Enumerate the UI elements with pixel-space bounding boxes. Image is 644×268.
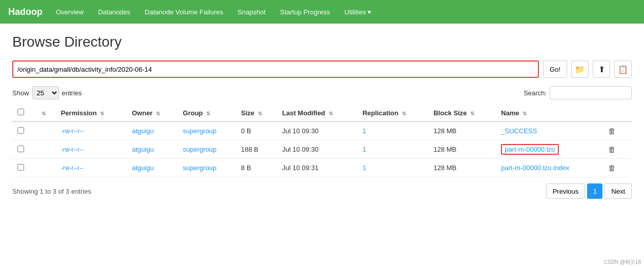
table-controls: Show 25 10 50 100 entries Search: bbox=[12, 86, 632, 99]
sort-owner-icon: ⇅ bbox=[156, 111, 160, 116]
row-0-name-link[interactable]: _SUCCESS bbox=[501, 127, 537, 135]
table-header-row: ⇅ Permission ⇅ Owner ⇅ Group ⇅ Size ⇅ La… bbox=[12, 105, 632, 121]
pagination: Previous 1 Next bbox=[546, 183, 632, 199]
nav-snapshot[interactable]: Snapshot bbox=[231, 5, 272, 19]
row-2-permission: -rw-r--r-- bbox=[56, 159, 127, 177]
row-2-last-modified: Jul 10 09:31 bbox=[277, 159, 357, 177]
row-0-size: 0 B bbox=[236, 121, 277, 140]
row-0-group: supergroup bbox=[178, 121, 236, 140]
row-1-sort-cell bbox=[35, 140, 56, 159]
folder-icon-btn[interactable]: 📁 bbox=[571, 60, 589, 78]
brand-label: Hadoop bbox=[8, 7, 43, 17]
sort-permission-icon: ⇅ bbox=[100, 111, 104, 116]
row-1-replication: 1 bbox=[357, 140, 429, 159]
search-box: Search: bbox=[524, 86, 632, 99]
row-0-checkbox-cell bbox=[12, 121, 35, 140]
table-row: -rw-r--r--atguigusupergroup0 BJul 10 09:… bbox=[12, 121, 632, 140]
file-icon-btn[interactable]: 📋 bbox=[614, 60, 632, 78]
row-2-size: 8 B bbox=[236, 159, 277, 177]
row-1-delete-cell: 🗑 bbox=[600, 140, 632, 159]
entries-select[interactable]: 25 10 50 100 bbox=[32, 86, 59, 99]
search-input[interactable] bbox=[550, 86, 632, 99]
nav-datanodes[interactable]: Datanodes bbox=[92, 5, 136, 19]
row-0-sort-cell bbox=[35, 121, 56, 140]
path-input[interactable] bbox=[12, 60, 539, 78]
table-footer: Showing 1 to 3 of 3 entries Previous 1 N… bbox=[12, 183, 632, 199]
row-1-owner-link[interactable]: atguigu bbox=[132, 146, 154, 153]
row-0-last-modified: Jul 10 09:30 bbox=[277, 121, 357, 140]
row-0-checkbox[interactable] bbox=[17, 127, 24, 134]
search-label: Search: bbox=[524, 89, 547, 97]
show-label: Show bbox=[12, 89, 29, 97]
col-permission[interactable]: Permission ⇅ bbox=[56, 105, 127, 121]
sort-lastmod-icon: ⇅ bbox=[329, 111, 333, 116]
main-content: Browse Directory Go! 📁 ⬆ 📋 Show 25 10 50… bbox=[0, 24, 644, 209]
row-0-delete-cell: 🗑 bbox=[600, 121, 632, 140]
col-last-modified[interactable]: Last Modified ⇅ bbox=[277, 105, 357, 121]
sort-replication-icon: ⇅ bbox=[402, 111, 406, 116]
row-1-permission: -rw-r--r-- bbox=[56, 140, 127, 159]
row-1-block-size: 128 MB bbox=[428, 140, 496, 159]
go-button[interactable]: Go! bbox=[543, 60, 567, 78]
sort-all-icon: ⇅ bbox=[42, 111, 46, 116]
path-bar: Go! 📁 ⬆ 📋 bbox=[12, 60, 632, 78]
row-2-name: part-m-00000.lzo.index bbox=[496, 159, 599, 177]
file-icon: 📋 bbox=[618, 65, 628, 74]
col-size[interactable]: Size ⇅ bbox=[236, 105, 277, 121]
showing-text: Showing 1 to 3 of 3 entries bbox=[12, 188, 91, 195]
row-1-delete-button[interactable]: 🗑 bbox=[605, 144, 619, 155]
row-2-delete-button[interactable]: 🗑 bbox=[605, 162, 619, 173]
row-2-owner-link[interactable]: atguigu bbox=[132, 164, 154, 172]
row-2-replication-link[interactable]: 1 bbox=[363, 164, 366, 172]
row-2-group: supergroup bbox=[178, 159, 236, 177]
row-2-checkbox[interactable] bbox=[17, 164, 24, 171]
row-1-checkbox[interactable] bbox=[17, 146, 24, 152]
nav-datanode-volume-failures[interactable]: Datanode Volume Failures bbox=[138, 5, 229, 19]
row-0-permission: -rw-r--r-- bbox=[56, 121, 127, 140]
previous-button[interactable]: Previous bbox=[546, 183, 586, 199]
table-row: -rw-r--r--atguigusupergroup188 BJul 10 0… bbox=[12, 140, 632, 159]
upload-icon-btn[interactable]: ⬆ bbox=[593, 60, 610, 78]
row-1-last-modified: Jul 10 09:30 bbox=[277, 140, 357, 159]
row-1-checkbox-cell bbox=[12, 140, 35, 159]
col-name[interactable]: Name ⇅ bbox=[496, 105, 599, 121]
row-2-group-link[interactable]: supergroup bbox=[183, 164, 217, 172]
navbar: Hadoop Overview Datanodes Datanode Volum… bbox=[0, 0, 644, 24]
row-1-size: 188 B bbox=[236, 140, 277, 159]
current-page-number[interactable]: 1 bbox=[587, 183, 602, 199]
row-1-replication-link[interactable]: 1 bbox=[363, 146, 366, 153]
next-button[interactable]: Next bbox=[605, 183, 632, 199]
col-group[interactable]: Group ⇅ bbox=[178, 105, 236, 121]
row-0-delete-button[interactable]: 🗑 bbox=[605, 126, 619, 136]
row-2-permission-link[interactable]: -rw-r--r-- bbox=[61, 164, 84, 172]
select-all-checkbox[interactable] bbox=[17, 109, 24, 115]
row-0-owner: atguigu bbox=[127, 121, 177, 140]
row-0-permission-link[interactable]: -rw-r--r-- bbox=[61, 128, 84, 135]
row-1-permission-link[interactable]: -rw-r--r-- bbox=[61, 146, 84, 153]
table-row: -rw-r--r--atguigusupergroup8 BJul 10 09:… bbox=[12, 159, 632, 177]
col-checkbox bbox=[12, 105, 35, 121]
row-2-owner: atguigu bbox=[127, 159, 177, 177]
folder-icon: 📁 bbox=[575, 65, 585, 74]
row-0-owner-link[interactable]: atguigu bbox=[132, 127, 154, 135]
nav-overview[interactable]: Overview bbox=[50, 5, 90, 19]
row-2-delete-cell: 🗑 bbox=[600, 159, 632, 177]
row-0-group-link[interactable]: supergroup bbox=[183, 127, 217, 135]
row-2-checkbox-cell bbox=[12, 159, 35, 177]
page-title: Browse Directory bbox=[12, 34, 632, 50]
row-2-name-link[interactable]: part-m-00000.lzo.index bbox=[501, 164, 569, 172]
col-sort-all[interactable]: ⇅ bbox=[35, 105, 56, 121]
col-replication[interactable]: Replication ⇅ bbox=[357, 105, 429, 121]
row-1-owner: atguigu bbox=[127, 140, 177, 159]
nav-startup-progress[interactable]: Startup Progress bbox=[274, 5, 336, 19]
row-1-group: supergroup bbox=[178, 140, 236, 159]
nav-utilities[interactable]: Utilities bbox=[338, 5, 378, 19]
row-0-replication-link[interactable]: 1 bbox=[363, 127, 366, 135]
row-0-name: _SUCCESS bbox=[496, 121, 599, 140]
row-1-name-link[interactable]: part-m-00000.lzo bbox=[501, 144, 558, 155]
row-1-name: part-m-00000.lzo bbox=[496, 140, 599, 159]
row-1-group-link[interactable]: supergroup bbox=[183, 146, 217, 153]
col-block-size[interactable]: Block Size ⇅ bbox=[428, 105, 496, 121]
col-actions bbox=[600, 105, 632, 121]
col-owner[interactable]: Owner ⇅ bbox=[127, 105, 177, 121]
